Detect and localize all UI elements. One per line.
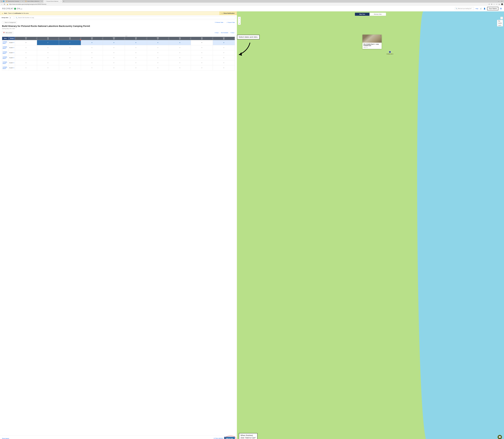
- reset-north-button[interactable]: ⬆: [238, 22, 241, 25]
- availability-cell[interactable]: X: [81, 55, 103, 60]
- show-notification-button[interactable]: ⌄ Show Notification: [219, 12, 237, 15]
- help-link[interactable]: Help: [476, 8, 478, 9]
- site-name-link[interactable]: AuSable East 5: [2, 60, 9, 65]
- win-square-icon[interactable]: ▢: [1, 0, 2, 2]
- availability-cell[interactable]: X: [15, 50, 37, 55]
- profile-icon[interactable]: 👤: [483, 8, 486, 10]
- availability-cell[interactable]: X: [191, 55, 213, 60]
- availability-cell[interactable]: X: [103, 60, 125, 65]
- availability-cell[interactable]: X: [59, 60, 81, 65]
- availability-cell[interactable]: X: [169, 45, 191, 50]
- add-to-cart-button[interactable]: Add to Cart: [224, 437, 235, 439]
- prev-5-days-button[interactable]: ‹ 5 Days: [214, 32, 219, 33]
- availability-cell[interactable]: A: [103, 40, 125, 45]
- availability-cell[interactable]: X: [169, 65, 191, 70]
- zoom-in-button[interactable]: +: [238, 17, 241, 19]
- next-5-days-button[interactable]: 5 Days ›: [231, 32, 235, 33]
- availability-cell[interactable]: X: [37, 65, 59, 70]
- availability-cell[interactable]: X: [59, 65, 81, 70]
- group-cell[interactable]: Ausabl •••: [9, 55, 15, 60]
- refresh-icon[interactable]: ⟳: [4, 3, 5, 5]
- tab-2[interactable]: How to Make a Backcountry Ca ×: [24, 0, 43, 2]
- site-name-link[interactable]: AuSable East 2: [2, 45, 9, 50]
- availability-cell[interactable]: X: [103, 50, 125, 55]
- availability-cell[interactable]: X: [213, 50, 235, 55]
- availability-cell[interactable]: X: [125, 45, 147, 50]
- text-size-icon[interactable]: A⁰: [489, 4, 490, 5]
- layer-map[interactable]: Map: [497, 20, 503, 22]
- availability-cell[interactable]: A: [147, 40, 169, 45]
- availability-cell[interactable]: ✓: [37, 40, 59, 45]
- logo[interactable]: RECREAT🌲ON.gov: [2, 7, 22, 10]
- availability-cell[interactable]: X: [81, 50, 103, 55]
- availability-cell[interactable]: X: [191, 65, 213, 70]
- col-day-16[interactable]: TUE16▲▼: [125, 37, 147, 40]
- availability-cell[interactable]: X: [103, 45, 125, 50]
- availability-cell[interactable]: A: [81, 40, 103, 45]
- refresh-table-button[interactable]: ↻Refresh Table: [215, 22, 223, 23]
- col-day-11[interactable]: THU11▲▼: [15, 37, 37, 40]
- browser-profile-icon[interactable]: [501, 3, 503, 5]
- tab-1[interactable]: Backcountry Camping - Pictured ×: [5, 0, 24, 2]
- layer-layers[interactable]: Layers: [497, 24, 503, 26]
- col-day-20[interactable]: SAT20▲▼: [213, 37, 235, 40]
- availability-cell[interactable]: X: [37, 55, 59, 60]
- availability-cell[interactable]: X: [37, 60, 59, 65]
- favorites-bar-icon[interactable]: ✩: [496, 3, 497, 5]
- next-available-button[interactable]: Next Available: [221, 32, 228, 33]
- translate-icon[interactable]: ⧉: [491, 3, 492, 5]
- favorite-icon[interactable]: ☆: [493, 3, 495, 5]
- availability-cell[interactable]: X: [147, 65, 169, 70]
- minimize-icon[interactable]: —: [498, 0, 499, 2]
- availability-cell[interactable]: X: [147, 45, 169, 50]
- popup-close-icon[interactable]: ×: [380, 35, 381, 37]
- start-date-input[interactable]: 📅 05/11/2023: [2, 31, 13, 34]
- new-tab-button[interactable]: +: [62, 0, 65, 2]
- availability-cell[interactable]: A: [169, 40, 191, 45]
- site-name-link[interactable]: AuSable East 1: [2, 40, 9, 45]
- zoom-out-button[interactable]: −: [238, 19, 241, 22]
- global-search-input[interactable]: 🔍 What are you looking for?: [455, 7, 474, 10]
- fullscreen-button[interactable]: ⛶: [500, 17, 503, 19]
- cart-icon[interactable]: 🛒: [480, 8, 482, 10]
- group-cell[interactable]: Ausabl •••: [9, 45, 15, 50]
- availability-cell[interactable]: X: [125, 65, 147, 70]
- itinerary-view-tab[interactable]: Itinerary View: [370, 13, 386, 16]
- site-name-link[interactable]: AuSable East 4: [2, 55, 9, 60]
- site-name-link[interactable]: AuSable East 3: [2, 50, 9, 55]
- group-cell[interactable]: Ausabl •••: [9, 60, 15, 65]
- availability-cell[interactable]: X: [59, 55, 81, 60]
- availability-cell[interactable]: X: [213, 65, 235, 70]
- availability-cell[interactable]: X: [81, 60, 103, 65]
- url-field[interactable]: 🔒 https://www.recreation.gov/camping/cam…: [7, 3, 487, 5]
- chat-button[interactable]: 💬: [498, 435, 502, 439]
- map-view-tab[interactable]: Map View: [355, 13, 370, 16]
- show-legend-button[interactable]: Show legend: [2, 438, 9, 439]
- availability-cell[interactable]: X: [59, 50, 81, 55]
- availability-cell[interactable]: X: [147, 60, 169, 65]
- availability-cell[interactable]: X: [125, 50, 147, 55]
- collections-icon[interactable]: ⊕: [499, 3, 500, 5]
- tab-2-close-icon[interactable]: ×: [41, 0, 42, 2]
- back-icon[interactable]: ←: [1, 3, 3, 5]
- availability-cell[interactable]: X: [213, 55, 235, 60]
- availability-cell[interactable]: R: [15, 40, 37, 45]
- tab-3[interactable]: Pictured Rocks National Lakesho ×: [43, 0, 62, 2]
- availability-cell[interactable]: X: [169, 55, 191, 60]
- map-marker[interactable]: ✦ AuSable East 1: [387, 51, 393, 54]
- availability-cell[interactable]: X: [15, 45, 37, 50]
- availability-cell[interactable]: R: [191, 40, 213, 45]
- availability-cell[interactable]: X: [37, 45, 59, 50]
- availability-cell[interactable]: ✓: [59, 40, 81, 45]
- back-to-campground-button[interactable]: ← Back to Campground: [2, 21, 17, 24]
- notebook-icon[interactable]: [3, 0, 4, 2]
- group-size-input[interactable]: [9, 16, 14, 19]
- col-day-14[interactable]: SUN14▲▼: [81, 37, 103, 40]
- availability-cell[interactable]: X: [15, 60, 37, 65]
- availability-cell[interactable]: X: [103, 55, 125, 60]
- tab-3-close-icon[interactable]: ×: [60, 0, 61, 2]
- availability-cell[interactable]: A: [213, 40, 235, 45]
- availability-cell[interactable]: X: [213, 60, 235, 65]
- col-day-13[interactable]: SAT13▲▼✕: [59, 37, 81, 40]
- availability-cell[interactable]: X: [81, 45, 103, 50]
